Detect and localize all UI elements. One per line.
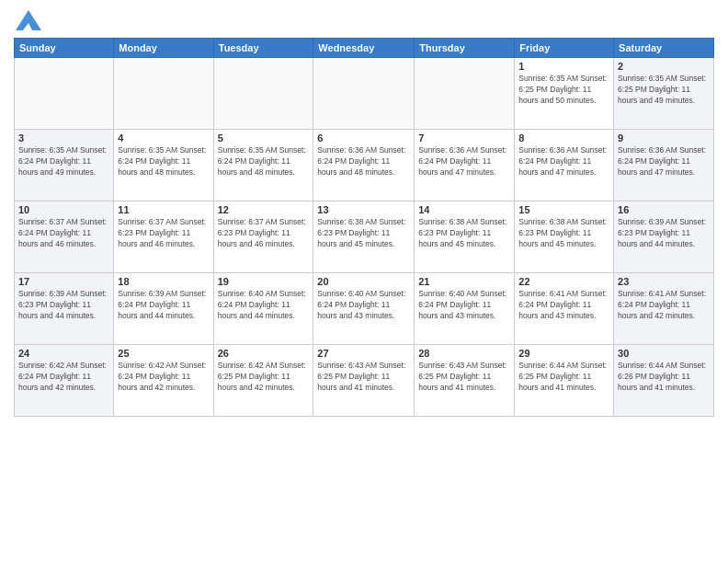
- calendar-week-row: 17Sunrise: 6:39 AM Sunset: 6:23 PM Dayli…: [15, 272, 714, 344]
- day-number: 21: [418, 276, 510, 287]
- day-info: Sunrise: 6:38 AM Sunset: 6:23 PM Dayligh…: [418, 217, 510, 250]
- calendar-cell: 20Sunrise: 6:40 AM Sunset: 6:24 PM Dayli…: [313, 272, 415, 344]
- day-info: Sunrise: 6:35 AM Sunset: 6:24 PM Dayligh…: [118, 145, 209, 178]
- calendar-cell: 4Sunrise: 6:35 AM Sunset: 6:24 PM Daylig…: [114, 129, 213, 201]
- day-number: 8: [518, 132, 609, 144]
- day-info: Sunrise: 6:36 AM Sunset: 6:24 PM Dayligh…: [317, 145, 410, 178]
- calendar-cell: 28Sunrise: 6:43 AM Sunset: 6:25 PM Dayli…: [415, 344, 515, 416]
- day-number: 7: [418, 132, 510, 144]
- calendar-cell: 1Sunrise: 6:35 AM Sunset: 6:25 PM Daylig…: [515, 57, 614, 129]
- day-number: 17: [18, 276, 109, 287]
- day-info: Sunrise: 6:35 AM Sunset: 6:24 PM Dayligh…: [18, 145, 109, 178]
- page: SundayMondayTuesdayWednesdayThursdayFrid…: [0, 0, 728, 563]
- day-number: 1: [518, 61, 609, 72]
- day-info: Sunrise: 6:35 AM Sunset: 6:24 PM Dayligh…: [218, 145, 310, 178]
- day-info: Sunrise: 6:37 AM Sunset: 6:24 PM Dayligh…: [18, 217, 109, 250]
- day-info: Sunrise: 6:39 AM Sunset: 6:23 PM Dayligh…: [618, 217, 710, 250]
- calendar-cell: 26Sunrise: 6:42 AM Sunset: 6:25 PM Dayli…: [213, 344, 313, 416]
- calendar-cell: 17Sunrise: 6:39 AM Sunset: 6:23 PM Dayli…: [15, 272, 114, 344]
- calendar-cell: [114, 57, 213, 129]
- day-info: Sunrise: 6:42 AM Sunset: 6:24 PM Dayligh…: [18, 361, 109, 394]
- calendar-cell: 14Sunrise: 6:38 AM Sunset: 6:23 PM Dayli…: [415, 201, 515, 272]
- day-info: Sunrise: 6:44 AM Sunset: 6:25 PM Dayligh…: [518, 361, 609, 394]
- calendar-cell: [415, 57, 515, 129]
- day-info: Sunrise: 6:42 AM Sunset: 6:25 PM Dayligh…: [218, 361, 310, 394]
- day-info: Sunrise: 6:43 AM Sunset: 6:25 PM Dayligh…: [418, 361, 510, 394]
- calendar-week-row: 3Sunrise: 6:35 AM Sunset: 6:24 PM Daylig…: [15, 129, 714, 201]
- day-info: Sunrise: 6:39 AM Sunset: 6:23 PM Dayligh…: [18, 289, 109, 322]
- calendar-cell: 18Sunrise: 6:39 AM Sunset: 6:24 PM Dayli…: [114, 272, 213, 344]
- calendar-table: SundayMondayTuesdayWednesdayThursdayFrid…: [14, 38, 714, 417]
- day-number: 11: [118, 204, 209, 215]
- calendar-cell: 10Sunrise: 6:37 AM Sunset: 6:24 PM Dayli…: [15, 201, 114, 272]
- day-number: 25: [118, 348, 209, 359]
- weekday-header: Tuesday: [213, 38, 313, 57]
- calendar-cell: 23Sunrise: 6:41 AM Sunset: 6:24 PM Dayli…: [614, 272, 714, 344]
- calendar-cell: 25Sunrise: 6:42 AM Sunset: 6:24 PM Dayli…: [114, 344, 213, 416]
- day-info: Sunrise: 6:39 AM Sunset: 6:24 PM Dayligh…: [118, 289, 209, 322]
- calendar-cell: 7Sunrise: 6:36 AM Sunset: 6:24 PM Daylig…: [415, 129, 515, 201]
- day-number: 22: [518, 276, 609, 287]
- calendar-cell: [313, 57, 415, 129]
- header: [14, 9, 714, 30]
- weekday-header: Wednesday: [313, 38, 415, 57]
- calendar-cell: [15, 57, 114, 129]
- day-info: Sunrise: 6:40 AM Sunset: 6:24 PM Dayligh…: [317, 289, 410, 322]
- day-number: 19: [218, 276, 310, 287]
- day-info: Sunrise: 6:36 AM Sunset: 6:24 PM Dayligh…: [418, 145, 510, 178]
- calendar-cell: 16Sunrise: 6:39 AM Sunset: 6:23 PM Dayli…: [614, 201, 714, 272]
- day-number: 12: [218, 204, 310, 215]
- day-info: Sunrise: 6:35 AM Sunset: 6:25 PM Dayligh…: [518, 74, 609, 107]
- day-number: 24: [18, 348, 109, 359]
- day-info: Sunrise: 6:44 AM Sunset: 6:26 PM Dayligh…: [618, 361, 710, 394]
- day-number: 28: [418, 348, 510, 359]
- calendar-cell: 11Sunrise: 6:37 AM Sunset: 6:23 PM Dayli…: [114, 201, 213, 272]
- calendar-cell: 29Sunrise: 6:44 AM Sunset: 6:25 PM Dayli…: [515, 344, 614, 416]
- day-info: Sunrise: 6:38 AM Sunset: 6:23 PM Dayligh…: [518, 217, 609, 250]
- calendar-cell: 13Sunrise: 6:38 AM Sunset: 6:23 PM Dayli…: [313, 201, 415, 272]
- calendar-cell: 19Sunrise: 6:40 AM Sunset: 6:24 PM Dayli…: [213, 272, 313, 344]
- weekday-header: Monday: [114, 38, 213, 57]
- logo: [14, 9, 41, 30]
- day-info: Sunrise: 6:41 AM Sunset: 6:24 PM Dayligh…: [618, 289, 710, 322]
- weekday-header: Thursday: [415, 38, 515, 57]
- day-info: Sunrise: 6:40 AM Sunset: 6:24 PM Dayligh…: [418, 289, 510, 322]
- day-number: 4: [118, 132, 209, 144]
- weekday-header: Sunday: [15, 38, 114, 57]
- day-number: 3: [18, 132, 109, 144]
- day-number: 29: [518, 348, 609, 359]
- calendar-cell: 8Sunrise: 6:36 AM Sunset: 6:24 PM Daylig…: [515, 129, 614, 201]
- day-info: Sunrise: 6:37 AM Sunset: 6:23 PM Dayligh…: [118, 217, 209, 250]
- day-number: 15: [518, 204, 609, 215]
- day-number: 26: [218, 348, 310, 359]
- day-number: 23: [618, 276, 710, 287]
- calendar-cell: 24Sunrise: 6:42 AM Sunset: 6:24 PM Dayli…: [15, 344, 114, 416]
- calendar-week-row: 10Sunrise: 6:37 AM Sunset: 6:24 PM Dayli…: [15, 201, 714, 272]
- calendar-cell: 9Sunrise: 6:36 AM Sunset: 6:24 PM Daylig…: [614, 129, 714, 201]
- calendar-cell: [213, 57, 313, 129]
- calendar-cell: 21Sunrise: 6:40 AM Sunset: 6:24 PM Dayli…: [415, 272, 515, 344]
- day-info: Sunrise: 6:40 AM Sunset: 6:24 PM Dayligh…: [218, 289, 310, 322]
- day-number: 30: [618, 348, 710, 359]
- calendar-cell: 27Sunrise: 6:43 AM Sunset: 6:25 PM Dayli…: [313, 344, 415, 416]
- day-number: 5: [218, 132, 310, 144]
- day-info: Sunrise: 6:42 AM Sunset: 6:24 PM Dayligh…: [118, 361, 209, 394]
- day-number: 18: [118, 276, 209, 287]
- weekday-header: Saturday: [614, 38, 714, 57]
- day-number: 14: [418, 204, 510, 215]
- calendar-cell: 3Sunrise: 6:35 AM Sunset: 6:24 PM Daylig…: [15, 129, 114, 201]
- weekday-header: Friday: [515, 38, 614, 57]
- calendar-cell: 2Sunrise: 6:35 AM Sunset: 6:25 PM Daylig…: [614, 57, 714, 129]
- day-number: 13: [317, 204, 410, 215]
- day-info: Sunrise: 6:37 AM Sunset: 6:23 PM Dayligh…: [218, 217, 310, 250]
- calendar-week-row: 1Sunrise: 6:35 AM Sunset: 6:25 PM Daylig…: [15, 57, 714, 129]
- day-info: Sunrise: 6:36 AM Sunset: 6:24 PM Dayligh…: [618, 145, 710, 178]
- day-number: 16: [618, 204, 710, 215]
- calendar-cell: 15Sunrise: 6:38 AM Sunset: 6:23 PM Dayli…: [515, 201, 614, 272]
- day-number: 27: [317, 348, 410, 359]
- calendar-cell: 22Sunrise: 6:41 AM Sunset: 6:24 PM Dayli…: [515, 272, 614, 344]
- day-number: 20: [317, 276, 410, 287]
- calendar-cell: 30Sunrise: 6:44 AM Sunset: 6:26 PM Dayli…: [614, 344, 714, 416]
- calendar-cell: 5Sunrise: 6:35 AM Sunset: 6:24 PM Daylig…: [213, 129, 313, 201]
- day-number: 2: [618, 61, 710, 72]
